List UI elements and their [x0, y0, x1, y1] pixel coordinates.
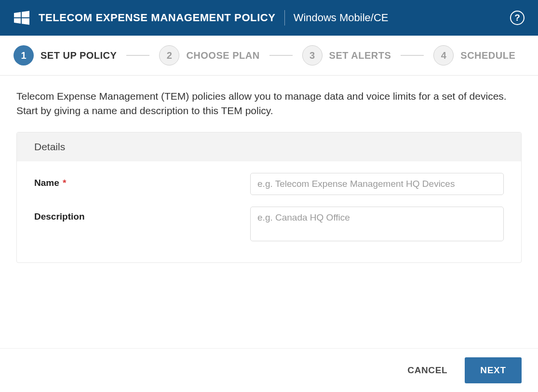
form-row-description: Description [34, 207, 504, 243]
step-number: 3 [302, 45, 323, 65]
label-text: Name [34, 178, 59, 188]
step-connector [401, 55, 424, 56]
step-schedule[interactable]: 4 SCHEDULE [433, 45, 515, 65]
name-label: Name * [34, 173, 250, 188]
step-connector [269, 55, 293, 56]
panel-heading: Details [17, 132, 521, 161]
windows-logo-icon [13, 11, 30, 25]
description-input[interactable] [250, 207, 504, 241]
step-label: SET UP POLICY [40, 50, 117, 61]
wizard-stepper: 1 SET UP POLICY 2 CHOOSE PLAN 3 SET ALER… [0, 36, 538, 76]
step-connector [126, 55, 149, 56]
form-row-name: Name * [34, 173, 504, 195]
next-button[interactable]: NEXT [465, 357, 522, 383]
step-number: 1 [13, 45, 34, 65]
intro-text: Telecom Expense Management (TEM) policie… [16, 89, 522, 118]
content-area: Telecom Expense Management (TEM) policie… [0, 76, 538, 348]
step-label: CHOOSE PLAN [186, 50, 259, 61]
step-set-up-policy[interactable]: 1 SET UP POLICY [13, 45, 117, 65]
step-number: 2 [159, 45, 179, 65]
step-label: SCHEDULE [460, 50, 515, 61]
help-icon[interactable]: ? [510, 11, 525, 25]
step-choose-plan[interactable]: 2 CHOOSE PLAN [159, 45, 259, 65]
name-input[interactable] [250, 173, 504, 195]
step-number: 4 [433, 45, 454, 65]
page-title: TELECOM EXPENSE MANAGEMENT POLICY [39, 12, 276, 24]
panel-body: Name * Description [17, 161, 521, 262]
cancel-button[interactable]: CANCEL [404, 358, 451, 382]
description-label: Description [34, 207, 250, 222]
step-label: SET ALERTS [329, 50, 391, 61]
footer-actions: CANCEL NEXT [0, 348, 538, 392]
required-marker: * [63, 178, 66, 188]
platform-label: Windows Mobile/CE [294, 12, 389, 24]
page-header: TELECOM EXPENSE MANAGEMENT POLICY Window… [0, 0, 538, 36]
header-divider [284, 10, 285, 26]
step-set-alerts[interactable]: 3 SET ALERTS [302, 45, 391, 65]
details-panel: Details Name * Description [16, 132, 522, 263]
label-text: Description [34, 211, 85, 222]
